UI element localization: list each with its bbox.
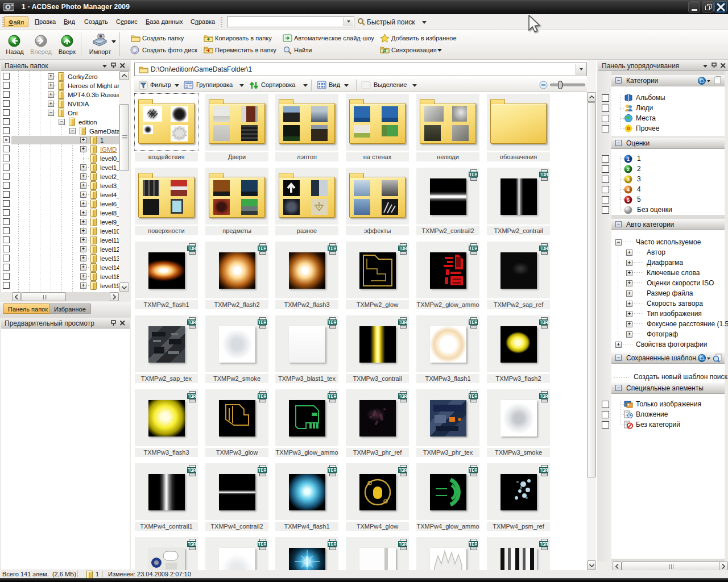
svg-text:5: 5 bbox=[627, 197, 630, 203]
svg-text:2: 2 bbox=[627, 167, 630, 172]
svg-text:4: 4 bbox=[627, 187, 630, 193]
svg-text:3: 3 bbox=[627, 177, 630, 182]
svg-text:1: 1 bbox=[627, 156, 630, 162]
